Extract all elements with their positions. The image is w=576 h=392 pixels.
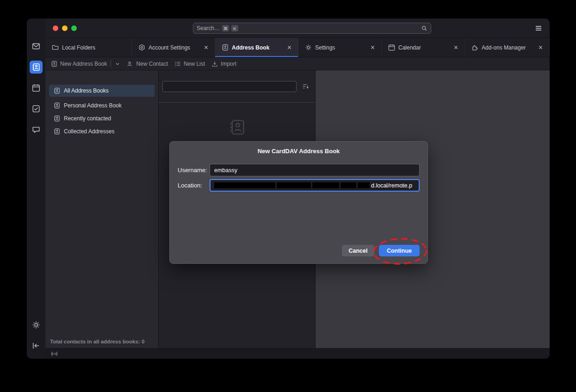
contacts-list-header	[159, 70, 315, 103]
continue-button[interactable]: Continue	[379, 245, 420, 256]
space-mail-button[interactable]	[30, 40, 43, 53]
new-address-book-label: New Address Book	[60, 61, 107, 67]
space-tasks-button[interactable]	[30, 102, 43, 115]
account-settings-icon	[138, 44, 145, 51]
cancel-button[interactable]: Cancel	[342, 245, 374, 256]
space-address-book-button[interactable]	[30, 61, 43, 74]
close-tab-icon[interactable]	[202, 44, 210, 52]
close-tab-icon[interactable]	[368, 44, 377, 52]
tab-local-folders[interactable]: Local Folders	[45, 38, 132, 57]
total-contacts-status: Total contacts in all address books: 0	[50, 339, 144, 344]
folder-label: All Address Books	[64, 87, 109, 94]
redaction-bar	[277, 182, 311, 188]
empty-list-placeholder-icon	[229, 119, 246, 136]
close-window-button[interactable]	[53, 25, 58, 31]
tab-addons-manager[interactable]: Add-ons Manager	[465, 38, 550, 57]
chat-icon	[32, 125, 40, 134]
tab-address-book[interactable]: Address Book	[215, 38, 298, 57]
titlebar: Search… ⌘ K	[45, 19, 550, 38]
address-book-icon	[54, 128, 60, 135]
close-tab-icon[interactable]	[536, 44, 545, 52]
display-options-button[interactable]	[299, 81, 311, 92]
redaction-bar	[341, 182, 356, 188]
gear-icon	[305, 44, 312, 51]
maximize-window-button[interactable]	[71, 25, 77, 31]
redaction-bar	[358, 182, 370, 188]
broadcast-status-icon	[51, 350, 58, 357]
tab-label: Address Book	[232, 44, 282, 51]
folder-label: Collected Addresses	[64, 128, 114, 135]
location-label: Location:	[178, 182, 210, 189]
new-carddav-dialog: New CardDAV Address Book Username: Locat…	[169, 141, 428, 264]
mail-icon	[32, 42, 40, 50]
address-book-icon	[222, 44, 229, 51]
tab-label: Add-ons Manager	[482, 44, 533, 51]
hamburger-icon	[535, 25, 542, 32]
close-tab-icon[interactable]	[452, 44, 460, 52]
calendar-icon	[388, 44, 395, 51]
cmd-key-badge: ⌘	[222, 25, 229, 31]
dialog-title: New CardDAV Address Book	[178, 148, 420, 155]
new-list-button[interactable]: New List	[174, 61, 205, 67]
gear-icon	[32, 321, 40, 329]
import-button[interactable]: Import	[211, 61, 236, 67]
location-visible-text: d.local/remote.p	[371, 182, 412, 189]
space-calendar-button[interactable]	[30, 81, 43, 94]
collapse-spaces-button[interactable]	[30, 339, 43, 352]
tab-settings[interactable]: Settings	[298, 38, 382, 57]
username-field[interactable]	[210, 164, 420, 176]
new-address-book-button[interactable]: New Address Book	[51, 61, 107, 67]
redaction-bar	[312, 182, 339, 188]
tab-calendar[interactable]: Calendar	[382, 38, 465, 57]
new-list-label: New List	[184, 61, 205, 67]
tab-bar: Local Folders Account Settings Address	[45, 38, 550, 57]
app-menu-button[interactable]	[535, 25, 542, 32]
tab-label: Local Folders	[62, 44, 127, 51]
tab-label: Calendar	[398, 44, 448, 51]
address-book-icon	[54, 102, 60, 109]
global-search-placeholder: Search…	[197, 25, 220, 31]
thunderbird-window: Search… ⌘ K	[27, 19, 550, 359]
username-label: Username:	[178, 167, 210, 174]
toolbar-divider	[111, 60, 111, 67]
folder-all-address-books[interactable]: All Address Books	[49, 85, 155, 97]
folder-label: Recently contacted	[64, 115, 111, 122]
address-book-toolbar: New Address Book New Contact	[45, 57, 550, 70]
tab-label: Account Settings	[149, 44, 198, 51]
address-book-icon	[54, 115, 60, 122]
contacts-search-input[interactable]	[162, 81, 297, 92]
new-contact-button[interactable]: New Contact	[127, 61, 168, 67]
close-tab-icon[interactable]	[285, 44, 293, 52]
desktop-background: Search… ⌘ K	[0, 0, 576, 392]
folder-personal-address-book[interactable]: Personal Address Book	[49, 100, 155, 112]
new-contact-label: New Contact	[136, 61, 168, 67]
address-book-icon	[32, 63, 40, 71]
tab-label: Settings	[315, 44, 365, 51]
tasks-icon	[32, 105, 40, 113]
sort-options-icon	[302, 83, 309, 90]
new-contact-icon	[127, 61, 133, 67]
spaces-toolbar	[27, 19, 45, 359]
tab-account-settings[interactable]: Account Settings	[132, 38, 215, 57]
folder-recently-contacted[interactable]: Recently contacted	[49, 112, 155, 124]
settings-gear-button[interactable]	[30, 318, 43, 331]
puzzle-icon	[471, 44, 478, 51]
new-list-icon	[174, 61, 181, 67]
minimize-window-button[interactable]	[62, 25, 68, 31]
location-field[interactable]: d.local/remote.p	[210, 179, 420, 192]
redaction-bar	[214, 182, 275, 188]
space-chat-button[interactable]	[30, 123, 43, 136]
folder-collected-addresses[interactable]: Collected Addresses	[49, 125, 155, 137]
folder-icon	[52, 44, 59, 51]
calendar-icon	[32, 84, 40, 92]
status-bar	[45, 348, 550, 359]
address-book-icon	[51, 61, 57, 67]
window-controls	[53, 25, 77, 31]
address-book-folder-pane: All Address Books Personal Address Book …	[45, 70, 158, 348]
chevron-down-icon[interactable]	[115, 61, 120, 67]
search-icon	[421, 25, 427, 31]
global-search-field[interactable]: Search… ⌘ K	[193, 23, 431, 34]
import-icon	[211, 61, 218, 67]
k-key-badge: K	[231, 25, 238, 31]
folder-label: Personal Address Book	[64, 102, 122, 109]
